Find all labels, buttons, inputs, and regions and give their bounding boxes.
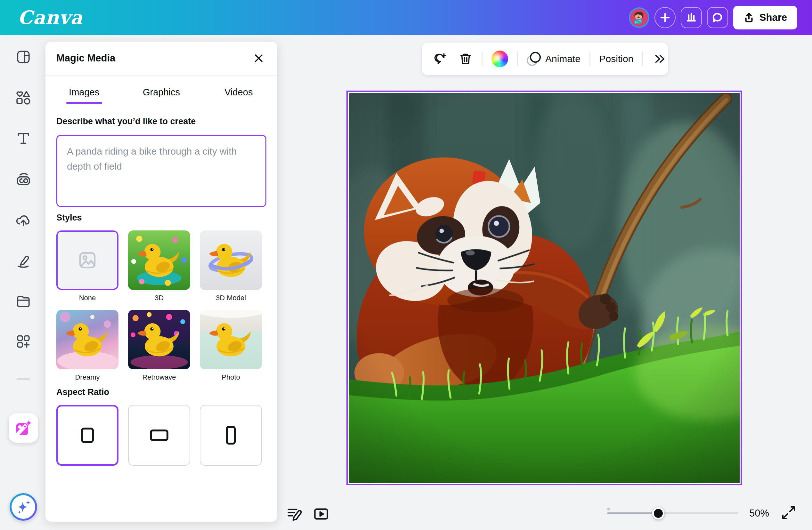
bottom-right-tools: 50%: [607, 504, 797, 522]
magic-media-panel: Magic Media Images Graphics Videos Descr: [45, 42, 277, 522]
sparkles-icon: [15, 498, 32, 516]
style-thumb-3d: [128, 231, 190, 290]
comments-button[interactable]: [707, 7, 728, 28]
bottom-left-tools: [285, 505, 331, 524]
delete-button[interactable]: [456, 49, 475, 69]
zoom-percent: 50%: [749, 507, 769, 519]
close-icon: [253, 53, 264, 64]
plus-icon: [659, 12, 671, 24]
selected-image[interactable]: [346, 91, 742, 485]
text-icon: [16, 131, 31, 146]
style-label: 3D Model: [216, 294, 246, 302]
sidebar-item-elements[interactable]: [13, 87, 34, 108]
image-placeholder-icon: [58, 232, 117, 289]
draw-pen-icon: [16, 252, 31, 268]
aspect-option-portrait[interactable]: [200, 405, 262, 466]
share-button[interactable]: Share: [733, 6, 797, 29]
assistant-button[interactable]: [10, 493, 37, 521]
sidebar-item-projects[interactable]: [13, 291, 34, 311]
zoom-fit-marker: [607, 507, 610, 511]
aspect-ratio-row: [56, 405, 266, 466]
color-button[interactable]: [489, 48, 511, 70]
duck-retrowave-thumbnail: [135, 315, 183, 364]
add-member-button[interactable]: [654, 7, 676, 28]
aspect-option-square[interactable]: [56, 405, 118, 466]
fullscreen-button[interactable]: [780, 504, 797, 522]
aspect-ratio-label: Aspect Ratio: [56, 387, 266, 397]
tab-graphics-label: Graphics: [143, 87, 180, 97]
tab-images[interactable]: Images: [45, 75, 122, 109]
style-option-3d[interactable]: 3D: [128, 231, 190, 302]
speech-bubble-icon: [712, 12, 723, 24]
duck-photo-thumbnail: [207, 315, 255, 364]
sidebar-item-uploads[interactable]: [13, 209, 34, 230]
more-options-button[interactable]: [650, 49, 669, 69]
insights-button[interactable]: [681, 7, 702, 28]
style-thumb-none: [56, 231, 118, 290]
aspect-option-landscape[interactable]: [128, 405, 190, 466]
trash-icon: [459, 52, 473, 66]
duck-dreamy-thumbnail: [63, 315, 112, 364]
style-option-dreamy[interactable]: Dreamy: [56, 310, 118, 382]
prompt-input[interactable]: [56, 135, 266, 207]
tab-videos-label: Videos: [224, 87, 252, 97]
sidebar-item-design[interactable]: [13, 47, 34, 67]
notes-icon: [286, 506, 302, 522]
folder-icon: [16, 293, 31, 309]
upload-cloud-icon: [16, 212, 31, 227]
duck-3d-thumbnail: [135, 236, 183, 284]
panel-title: Magic Media: [56, 53, 115, 64]
notes-button[interactable]: [285, 505, 304, 524]
style-option-retrowave[interactable]: Retrowave: [128, 310, 190, 382]
sidebar-item-apps[interactable]: [13, 331, 34, 352]
style-thumb-3d-model: [200, 231, 262, 290]
style-option-photo[interactable]: Photo: [200, 310, 262, 382]
style-thumb-photo: [200, 310, 262, 369]
canva-logo[interactable]: Canva: [18, 7, 83, 29]
double-chevron-right-icon: [652, 52, 666, 66]
add-comment-icon: [433, 52, 447, 66]
duck-3d-model-thumbnail: [207, 236, 255, 284]
sidebar: [0, 35, 46, 530]
animate-label: Animate: [545, 54, 580, 64]
tab-images-label: Images: [69, 87, 99, 97]
present-button[interactable]: [312, 505, 331, 524]
style-label: 3D: [155, 294, 164, 302]
toolbar-divider: [642, 52, 643, 66]
bar-chart-icon: [685, 12, 697, 24]
style-option-none[interactable]: None: [56, 231, 118, 302]
style-label: None: [79, 294, 96, 302]
toolbar-divider: [481, 52, 482, 66]
animate-icon: [527, 52, 541, 66]
styles-row-1: None 3D: [56, 231, 266, 302]
portrait-ratio-icon: [226, 426, 236, 444]
element-toolbar: Animate Position: [422, 43, 668, 75]
design-icon: [16, 49, 31, 65]
zoom-slider[interactable]: [607, 507, 738, 520]
active-tab-underline: [66, 102, 102, 104]
style-label: Retrowave: [142, 373, 176, 382]
sidebar-divider: [17, 378, 30, 380]
sidebar-item-magic-media[interactable]: [9, 413, 38, 443]
add-comment-button[interactable]: [430, 49, 450, 69]
animate-button[interactable]: Animate: [524, 49, 583, 69]
sidebar-item-text[interactable]: [13, 128, 34, 148]
canva-app: Canva: [0, 0, 812, 530]
tab-videos[interactable]: Videos: [200, 75, 277, 109]
close-panel-button[interactable]: [250, 49, 268, 67]
zoom-fill: [607, 512, 658, 514]
position-button[interactable]: Position: [597, 51, 636, 67]
style-thumb-retrowave: [128, 310, 190, 369]
top-bar: Canva: [0, 0, 812, 35]
topbar-actions: Share: [629, 0, 797, 35]
zoom-knob[interactable]: [652, 507, 664, 519]
tab-graphics[interactable]: Graphics: [122, 75, 200, 109]
sidebar-item-draw[interactable]: [13, 250, 34, 270]
avatar[interactable]: [629, 8, 649, 28]
style-option-3d-model[interactable]: 3D Model: [200, 231, 262, 302]
sidebar-item-brand[interactable]: [13, 169, 34, 189]
style-thumb-dreamy: [56, 310, 118, 369]
style-label: Photo: [221, 373, 240, 382]
magic-media-icon: [15, 419, 32, 436]
landscape-ratio-icon: [150, 429, 169, 441]
